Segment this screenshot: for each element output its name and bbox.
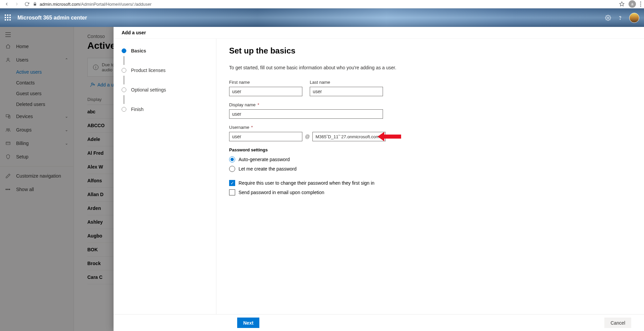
step-dot-icon <box>122 87 126 92</box>
workspace: Home Users ⌃ Active users Contacts Guest… <box>0 27 644 331</box>
radio-icon <box>229 156 235 162</box>
help-icon[interactable] <box>617 15 623 21</box>
cancel-button[interactable]: Cancel <box>604 318 631 328</box>
username-input[interactable] <box>229 132 302 141</box>
browser-profile-avatar[interactable]: a <box>629 0 636 8</box>
domain-dropdown[interactable]: M365ˇD_11ˇ˙27.onmicrosoft.com ⌄ <box>312 132 386 141</box>
forward-icon[interactable] <box>13 0 21 8</box>
form-heading: Set up the basics <box>229 46 631 56</box>
step-licenses[interactable]: Product licenses <box>122 68 208 73</box>
kebab-menu-icon[interactable] <box>640 1 641 7</box>
domain-value: M365ˇD_11ˇ˙27.onmicrosoft.com <box>315 134 379 139</box>
reload-icon[interactable] <box>23 0 31 8</box>
svg-point-5 <box>620 19 620 19</box>
next-button[interactable]: Next <box>237 318 259 328</box>
panel-title: Add a user <box>114 27 644 39</box>
form-description: To get started, fill out some basic info… <box>229 65 631 70</box>
first-name-input[interactable] <box>229 87 302 96</box>
url-host: admin.microsoft.com <box>40 2 80 7</box>
svg-point-1 <box>640 1 641 2</box>
checkbox-icon <box>229 189 235 195</box>
at-symbol: @ <box>305 132 310 141</box>
step-dot-icon <box>122 68 126 73</box>
password-section-label: Password settings <box>229 147 631 152</box>
callout-arrow-icon <box>378 131 401 143</box>
radio-icon <box>229 166 235 172</box>
step-optional[interactable]: Optional settings <box>122 87 208 93</box>
display-name-input[interactable] <box>229 109 383 119</box>
svg-point-4 <box>607 17 609 19</box>
url-path: /AdminPortal/Home#/users/:/adduser <box>80 2 152 7</box>
svg-marker-0 <box>619 2 624 6</box>
account-avatar[interactable] <box>629 13 639 23</box>
display-name-label: Display name * <box>229 102 383 107</box>
form-area: Set up the basics To get started, fill o… <box>216 39 644 314</box>
checkbox-require-change[interactable]: ✓ Require this user to change their pass… <box>229 180 631 186</box>
lock-icon <box>33 2 37 6</box>
step-dot-icon <box>122 107 126 112</box>
address-bar[interactable]: admin.microsoft.com/AdminPortal/Home#/us… <box>33 2 619 7</box>
first-name-label: First name <box>229 80 302 85</box>
radio-manual-password[interactable]: Let me create the password <box>229 166 631 172</box>
last-name-input[interactable] <box>310 87 383 96</box>
suite-header: Microsoft 365 admin center <box>0 8 644 27</box>
add-user-panel: Add a user Basics Product licenses Optio… <box>114 27 644 331</box>
step-basics[interactable]: Basics <box>122 48 208 53</box>
svg-point-2 <box>640 3 641 4</box>
svg-point-3 <box>640 5 641 6</box>
settings-gear-icon[interactable] <box>605 15 611 21</box>
step-finish[interactable]: Finish <box>122 107 208 112</box>
last-name-label: Last name <box>310 80 383 85</box>
browser-chrome: admin.microsoft.com/AdminPortal/Home#/us… <box>0 0 644 8</box>
back-icon[interactable] <box>3 0 11 8</box>
step-dot-icon <box>122 48 126 53</box>
radio-auto-password[interactable]: Auto-generate password <box>229 156 631 162</box>
checkbox-icon: ✓ <box>229 180 235 186</box>
panel-footer: Next Cancel <box>114 314 644 331</box>
wizard-steps: Basics Product licenses Optional setting… <box>114 39 216 314</box>
username-label: Username * <box>229 125 302 130</box>
checkbox-send-email[interactable]: Send password in email upon completion <box>229 189 631 195</box>
app-launcher-icon[interactable] <box>5 14 11 21</box>
suite-title: Microsoft 365 admin center <box>17 15 87 21</box>
star-icon[interactable] <box>619 1 625 7</box>
